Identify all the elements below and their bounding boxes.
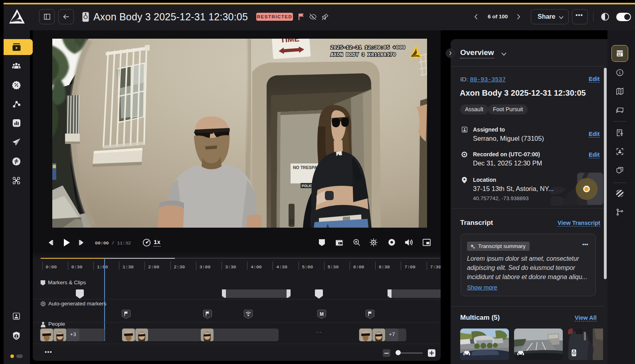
- svg-text:2025-12-31 12:30:05 +000: 2025-12-31 12:30:05 +000: [330, 45, 405, 51]
- svg-text:AXON BODY 3 X81188170: AXON BODY 3 X81188170: [330, 52, 396, 58]
- svg-text:M: M: [320, 311, 324, 317]
